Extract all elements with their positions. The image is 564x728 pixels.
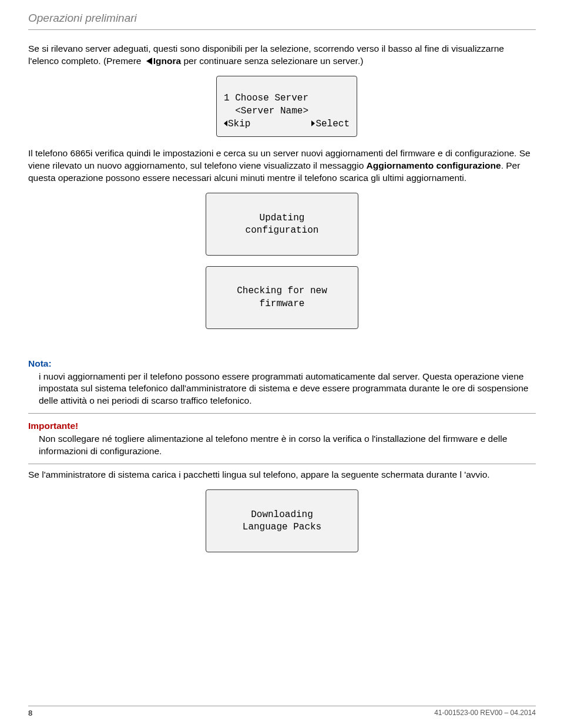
header-divider (28, 29, 536, 30)
doc-id: 41-001523-00 REV00 – 04.2014 (434, 709, 536, 717)
note-block: Nota: i nuovi aggiornamenti per il telef… (28, 353, 536, 414)
page-section-header: Operazioni preliminari (28, 12, 536, 25)
screen2-line2: configuration (246, 225, 319, 236)
screen4-line2: Language Packs (243, 522, 321, 532)
important-text: Non scollegare né togliere alimentazione… (28, 433, 536, 458)
screen-updating: Updating configuration (206, 193, 358, 256)
right-arrow-icon (311, 120, 315, 126)
para1-bold: Ignora (153, 56, 181, 66)
left-arrow-icon (146, 58, 152, 65)
screen4-line1: Downloading (251, 509, 313, 520)
paragraph-1: Se si rilevano server adeguati, questi s… (28, 43, 536, 68)
note-text: i nuovi aggiornamenti per il telefono po… (28, 371, 536, 408)
paragraph-2: Il telefono 6865i verifica quindi le imp… (28, 147, 536, 184)
page-footer: 8 41-001523-00 REV00 – 04.2014 (28, 706, 536, 717)
screen-downloading: Downloading Language Packs (206, 489, 358, 552)
note-title: Nota: (28, 358, 536, 369)
screen-choose-server: 1 Choose Server <Server Name> SkipSelect (216, 76, 357, 137)
important-title: Importante! (28, 421, 536, 431)
screen1-line1: 1 Choose Server (224, 93, 308, 103)
important-block: Importante! Non scollegare né togliere a… (28, 416, 536, 464)
screen3-line2: firmware (260, 298, 305, 309)
para2-bold: Aggiornamento configurazione (367, 160, 501, 170)
screen1-skip: Skip (228, 119, 250, 129)
screen2-line1: Updating (260, 213, 305, 223)
paragraph-3: Se l'amministratore di sistema carica i … (28, 469, 536, 481)
screen1-select: Select (315, 119, 350, 129)
screen3-line1: Checking for new (237, 286, 327, 296)
para1-text-b: per continuare senza selezionare un serv… (181, 56, 363, 66)
screen1-line2: <Server Name> (224, 106, 308, 116)
screen-checking: Checking for new firmware (206, 266, 358, 329)
page-number: 8 (28, 709, 32, 717)
left-arrow-icon (224, 120, 227, 126)
